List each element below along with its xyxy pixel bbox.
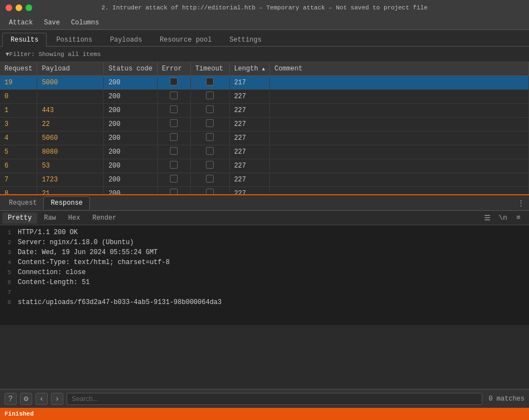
tab-resource-pool[interactable]: Resource pool [152,33,220,47]
checkbox[interactable] [170,92,178,99]
code-line: 8static/uploads/f63d2a47-b033-4ab5-9131-… [0,297,529,307]
col-request[interactable]: Request [0,62,37,76]
help-icon[interactable]: ? [4,393,17,405]
statusbar: Finished [0,408,529,420]
filter-icon: ▼ [6,51,9,58]
checkbox[interactable] [206,92,214,99]
menu-attack[interactable]: Attack [4,17,37,28]
table-row[interactable]: 45060200227 [0,131,529,145]
table-row[interactable]: 58080200227 [0,145,529,159]
subtab-hex[interactable]: Hex [63,212,86,224]
checkbox[interactable] [170,189,178,195]
close-button[interactable] [6,4,12,11]
code-line: 1HTTP/1.1 200 OK [0,227,529,237]
menubar: Attack Save Columns [0,16,529,30]
checkbox[interactable] [206,189,214,195]
table-header-row: Request Payload Status code Error Timeou… [0,62,529,76]
more-options-icon[interactable]: ≡ [512,213,525,223]
response-content: 1HTTP/1.1 200 OK2Server: nginx/1.18.0 (U… [0,225,529,325]
checkbox[interactable] [206,133,214,141]
checkbox[interactable] [170,78,178,85]
tab-positions[interactable]: Positions [48,33,100,47]
response-subtabbar: Pretty Raw Hex Render ☰ \n ≡ [0,211,529,225]
bottom-toolbar: ? ⚙ ‹ › 0 matches [0,389,529,408]
prev-icon[interactable]: ‹ [36,393,48,405]
checkbox[interactable] [206,105,214,113]
filterbar[interactable]: ▼ Filter: Showing all items [0,47,529,62]
checkbox[interactable] [206,78,214,85]
checkbox[interactable] [170,133,178,141]
maximize-button[interactable] [26,4,32,11]
col-error[interactable]: Error [157,62,190,76]
tab-results[interactable]: Results [2,33,47,47]
minimize-button[interactable] [16,4,22,11]
code-line: 2Server: nginx/1.18.0 (Ubuntu) [0,237,529,247]
table-row[interactable]: 653200227 [0,159,529,173]
tab-request[interactable]: Request [2,197,43,209]
table-row[interactable]: 821200227 [0,187,529,196]
response-lines: 1HTTP/1.1 200 OK2Server: nginx/1.18.0 (U… [0,227,529,307]
word-wrap-icon[interactable]: ☰ [481,213,493,223]
code-line: 5Connection: close [0,267,529,277]
panel-options-icon[interactable]: ⋮ [515,198,527,208]
checkbox[interactable] [170,119,178,127]
main-tabbar: Results Positions Payloads Resource pool… [0,30,529,47]
col-timeout[interactable]: Timeout [190,62,229,76]
search-input[interactable] [67,393,482,405]
table-row[interactable]: 195000200217 [0,76,529,90]
tab-response[interactable]: Response [43,196,90,209]
titlebar: 2. Intruder attack of http://editorial.h… [0,0,529,16]
newline-icon[interactable]: \n [497,213,509,223]
results-table-container: Request Payload Status code Error Timeou… [0,62,529,195]
tab-payloads[interactable]: Payloads [102,33,150,47]
subtab-raw[interactable]: Raw [38,212,62,224]
window-title: 2. Intruder attack of http://editorial.h… [102,4,428,11]
checkbox[interactable] [206,147,214,155]
code-line: 7 [0,287,529,297]
checkbox[interactable] [170,147,178,155]
status-text: Finished [4,411,34,417]
menu-columns[interactable]: Columns [67,17,103,28]
col-comment[interactable]: Comment [270,62,529,76]
code-line: 6Content-Length: 51 [0,277,529,287]
subtab-pretty[interactable]: Pretty [2,212,37,224]
table-row[interactable]: 322200227 [0,118,529,131]
subtab-render[interactable]: Render [87,212,122,224]
col-length[interactable]: Length ▲ [229,62,270,76]
col-status[interactable]: Status code [104,62,157,76]
checkbox[interactable] [170,105,178,113]
table-row[interactable]: 1443200227 [0,104,529,118]
code-line: 4Content-Type: text/html; charset=utf-8 [0,257,529,267]
checkbox[interactable] [206,161,214,169]
settings-icon[interactable]: ⚙ [20,393,32,405]
req-res-tabbar: Request Response ⋮ [0,195,529,211]
tab-settings[interactable]: Settings [221,33,270,47]
table-row[interactable]: 0200227 [0,90,529,104]
table-body: 1950002002170200227144320022732220022745… [0,76,529,196]
table-row[interactable]: 71723200227 [0,173,529,187]
menu-save[interactable]: Save [39,17,64,28]
next-icon[interactable]: › [51,393,63,405]
checkbox[interactable] [170,161,178,169]
req-res-panel: Request Response ⋮ Pretty Raw Hex Render… [0,195,529,325]
window-buttons [6,4,32,11]
results-table: Request Payload Status code Error Timeou… [0,62,529,195]
checkbox[interactable] [170,175,178,183]
checkbox[interactable] [206,175,214,183]
filter-text: Filter: Showing all items [9,51,101,58]
code-line: 3Date: Wed, 19 Jun 2024 05:55:24 GMT [0,247,529,257]
checkbox[interactable] [206,119,214,127]
col-payload[interactable]: Payload [37,62,104,76]
match-count: 0 matches [486,395,525,403]
